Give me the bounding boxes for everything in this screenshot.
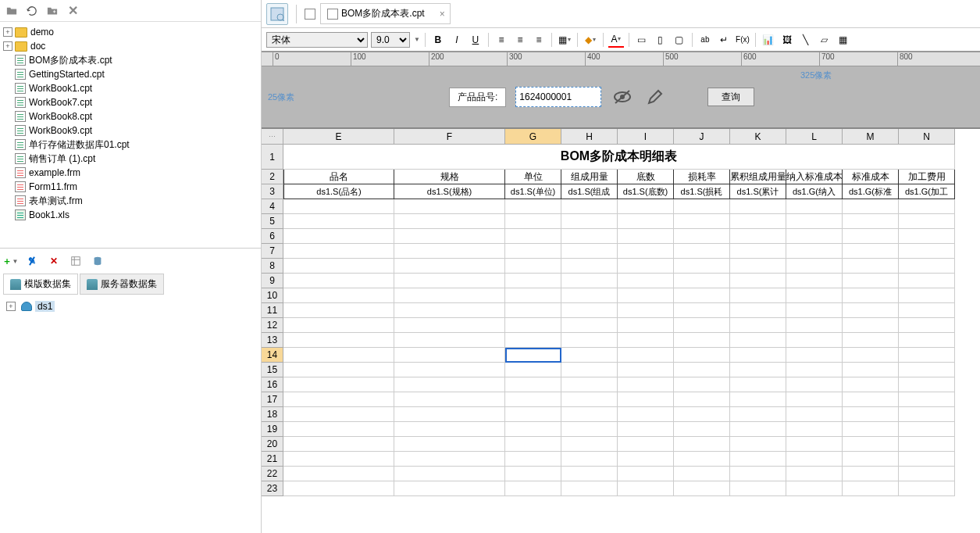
column-header[interactable]: J <box>674 129 730 145</box>
merge-button[interactable]: ▭ <box>634 32 650 48</box>
grid-cell[interactable] <box>674 333 730 348</box>
row-header[interactable]: 10 <box>262 288 283 303</box>
text-button[interactable]: ab <box>697 32 713 48</box>
grid-cell[interactable] <box>283 303 394 318</box>
row-header[interactable]: 6 <box>262 229 283 244</box>
header-cell[interactable]: 损耗率 <box>674 170 730 184</box>
grid-cell[interactable] <box>283 333 394 348</box>
grid-cell[interactable] <box>505 229 561 244</box>
grid-cell[interactable] <box>394 348 505 363</box>
row-header[interactable]: 17 <box>262 392 283 407</box>
grid-cell[interactable] <box>618 259 674 274</box>
grid-cell[interactable] <box>843 303 899 318</box>
grid-cell[interactable] <box>394 467 505 481</box>
grid-cell[interactable] <box>394 363 505 377</box>
grid-cell[interactable] <box>786 318 843 333</box>
grid-cell[interactable] <box>899 452 955 467</box>
add-dataset-button[interactable]: ＋▼ <box>3 254 17 268</box>
grid-cell[interactable] <box>618 422 674 437</box>
font-family-select[interactable]: 宋体 <box>266 32 368 48</box>
grid-cell[interactable] <box>730 303 786 318</box>
grid-cell[interactable] <box>618 348 674 363</box>
grid-cell[interactable] <box>786 288 843 303</box>
column-header[interactable]: K <box>730 129 786 145</box>
grid-cell[interactable] <box>561 481 618 496</box>
new-folder-icon[interactable] <box>45 4 59 18</box>
grid-cell[interactable] <box>899 481 955 496</box>
grid-cell[interactable] <box>561 244 618 259</box>
grid-cell[interactable] <box>618 214 674 229</box>
grid-cell[interactable] <box>730 244 786 259</box>
header-cell[interactable]: 加工费用 <box>899 170 955 184</box>
grid-cell[interactable] <box>505 303 561 318</box>
grid-cell[interactable] <box>674 274 730 288</box>
grid-cell[interactable] <box>561 303 618 318</box>
grid-cell[interactable] <box>899 467 955 481</box>
grid-cell[interactable] <box>394 377 505 392</box>
file-tree[interactable]: + demo + doc BOM多阶成本表.cptGettingStarted.… <box>0 22 261 248</box>
grid-cell[interactable] <box>730 333 786 348</box>
grid-cell[interactable] <box>786 377 843 392</box>
tree-file[interactable]: 单行存储进数据库01.cpt <box>2 138 259 152</box>
grid-cell[interactable] <box>561 377 618 392</box>
grid-cell[interactable] <box>786 467 843 481</box>
grid-cell[interactable] <box>283 199 394 214</box>
data-binding-cell[interactable]: ds1.S(组成 <box>561 184 618 199</box>
grid-cell[interactable] <box>674 452 730 467</box>
grid-cell[interactable] <box>899 333 955 348</box>
column-header[interactable]: N <box>899 129 955 145</box>
header-cell[interactable]: 累积组成用量 <box>730 170 786 184</box>
row-header[interactable]: 9 <box>262 274 283 288</box>
row-header[interactable]: 13 <box>262 333 283 348</box>
grid-cell[interactable] <box>505 407 561 422</box>
grid-cell[interactable] <box>899 274 955 288</box>
grid-cell[interactable] <box>786 392 843 407</box>
chart-button[interactable]: 📊 <box>761 32 776 48</box>
grid-cell[interactable] <box>505 392 561 407</box>
grid-cell[interactable] <box>394 407 505 422</box>
grid-cell[interactable] <box>283 229 394 244</box>
grid-cell[interactable] <box>394 452 505 467</box>
tree-file[interactable]: WorkBook1.cpt <box>2 81 259 95</box>
grid-cell[interactable] <box>786 422 843 437</box>
grid-cell[interactable] <box>618 452 674 467</box>
grid-cell[interactable] <box>674 481 730 496</box>
delete-dataset-button[interactable]: ✕ <box>47 254 61 268</box>
grid-cell[interactable] <box>674 437 730 452</box>
grid-cell[interactable] <box>899 288 955 303</box>
grid-cell[interactable] <box>843 467 899 481</box>
grid-cell[interactable] <box>786 348 843 363</box>
grid-cell[interactable] <box>730 437 786 452</box>
grid-cell[interactable] <box>730 407 786 422</box>
grid-cell[interactable] <box>843 437 899 452</box>
unmerge-button[interactable]: ▯ <box>653 32 668 48</box>
row-header[interactable]: 7 <box>262 244 283 259</box>
grid-cell[interactable] <box>618 303 674 318</box>
shape-button[interactable]: ▱ <box>817 32 832 48</box>
grid-cell[interactable] <box>618 481 674 496</box>
tree-folder-doc[interactable]: + doc <box>2 39 259 53</box>
grid-cell[interactable] <box>899 229 955 244</box>
grid-cell[interactable] <box>505 422 561 437</box>
row-header[interactable]: 8 <box>262 259 283 274</box>
column-header[interactable]: H <box>561 129 618 145</box>
tree-file[interactable]: WorkBook9.cpt <box>2 123 259 138</box>
data-binding-cell[interactable]: ds1.S(规格) <box>394 184 505 199</box>
grid-cell[interactable] <box>674 303 730 318</box>
grid-cell[interactable] <box>394 288 505 303</box>
db-icon[interactable] <box>91 254 105 268</box>
grid-cell[interactable] <box>730 274 786 288</box>
header-cell[interactable]: 底数 <box>618 170 674 184</box>
grid-cell[interactable] <box>561 214 618 229</box>
grid-cell[interactable] <box>786 274 843 288</box>
grid-cell[interactable] <box>505 467 561 481</box>
data-binding-cell[interactable]: ds1.S(单位) <box>505 184 561 199</box>
font-size-select[interactable]: 9.0 <box>371 32 410 48</box>
grid-cell[interactable] <box>730 199 786 214</box>
grid-cell[interactable] <box>561 392 618 407</box>
grid-cell[interactable] <box>394 214 505 229</box>
grid-cell[interactable] <box>561 437 618 452</box>
grid-cell[interactable] <box>730 288 786 303</box>
grid-cell[interactable] <box>730 422 786 437</box>
grid-cell[interactable] <box>505 288 561 303</box>
